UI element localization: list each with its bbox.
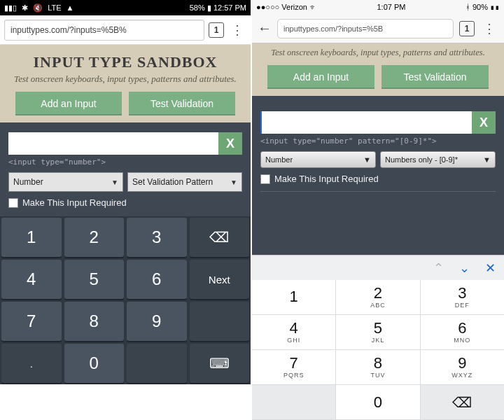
status-icons-left: ▮▮▯ ✱ 🔇 LTE ▲: [4, 4, 77, 13]
chevron-down-icon: ▼: [111, 178, 118, 186]
signal-icon: ▮▮▯: [4, 4, 17, 12]
required-checkbox[interactable]: [8, 198, 18, 208]
android-phone: ▮▮▯ ✱ 🔇 LTE ▲ 58% ▮ 12:57 PM inputtypes.…: [0, 0, 252, 420]
pattern-select[interactable]: Numbers only - [0-9]*▼: [380, 151, 496, 168]
dismiss-keyboard-icon[interactable]: ✕: [485, 260, 496, 276]
prev-field-icon[interactable]: ⌃: [433, 260, 444, 276]
key-0[interactable]: 0: [64, 344, 125, 383]
chevron-down-icon: ▼: [483, 155, 491, 164]
blank-key: [252, 385, 336, 420]
clear-input-button[interactable]: X: [218, 132, 242, 155]
add-input-button[interactable]: Add an Input: [15, 92, 122, 115]
clear-input-button[interactable]: X: [472, 111, 496, 134]
key-6[interactable]: 6: [127, 260, 187, 299]
key-4[interactable]: 4GHI: [252, 315, 336, 350]
keyboard-switch-key[interactable]: ⌨: [190, 344, 250, 383]
clock: 12:57 PM: [214, 4, 246, 12]
key-3[interactable]: 3: [127, 218, 187, 257]
battery-pct: 58%: [190, 4, 205, 12]
type-select[interactable]: Number▼: [260, 151, 376, 168]
chevron-down-icon: ▼: [363, 155, 371, 164]
code-hint: <input type="number" pattern="[0-9]*">: [260, 136, 496, 146]
next-key[interactable]: Next: [190, 260, 250, 299]
pattern-select[interactable]: Set Validation Pattern▼: [127, 172, 242, 192]
page-title: INPUT TYPE SANDBOX: [7, 53, 244, 71]
key-9[interactable]: 9: [127, 302, 187, 341]
key-2[interactable]: 2: [64, 218, 125, 257]
battery-icon: ▮: [207, 4, 211, 12]
battery-pct: 90%: [472, 3, 488, 11]
number-input[interactable]: [8, 132, 218, 155]
number-input[interactable]: [260, 111, 472, 134]
test-validation-button[interactable]: Test Validation: [382, 65, 489, 89]
form-panel: X <input type="number" pattern="[0-9]*">…: [252, 96, 504, 255]
backspace-key[interactable]: ⌫: [421, 385, 504, 420]
lte-icon: LTE: [48, 4, 61, 12]
back-button[interactable]: ←: [258, 20, 272, 36]
status-left: ●●○○○ Verizon ᯤ: [256, 3, 317, 11]
key-2[interactable]: 2ABC: [336, 280, 420, 315]
signal-icon: ●●○○○: [256, 3, 279, 11]
type-select-value: Number: [265, 155, 293, 164]
divider: [260, 191, 496, 192]
required-label: Make This Input Required: [22, 197, 127, 208]
add-input-button[interactable]: Add an Input: [267, 65, 374, 89]
ios-phone: ●●○○○ Verizon ᯤ 1:07 PM ᚼ 90% ▮▮ ← input…: [252, 0, 504, 420]
key-8[interactable]: 8: [64, 302, 125, 341]
key-1[interactable]: 1: [252, 280, 336, 315]
ios-keyboard-accessory: ⌃ ⌄ ✕: [252, 255, 504, 280]
bluetooth-icon: ᚼ: [465, 3, 470, 11]
required-checkbox[interactable]: [260, 174, 270, 184]
tabs-button[interactable]: 1: [459, 21, 475, 36]
space-key[interactable]: [127, 344, 187, 383]
overflow-menu-icon[interactable]: ⋮: [480, 21, 498, 36]
key-4[interactable]: 4: [1, 260, 62, 299]
key-1[interactable]: 1: [1, 218, 62, 257]
wifi-icon: ▲: [66, 4, 74, 12]
key-7[interactable]: 7PQRS: [252, 350, 336, 385]
page-subtitle: Test onscreen keyboards, input types, pa…: [259, 48, 497, 58]
type-select-value: Number: [13, 177, 43, 187]
dot-key[interactable]: .: [1, 344, 62, 383]
ios-keypad: 1 2ABC 3DEF 4GHI 5JKL 6MNO 7PQRS 8TUV 9W…: [252, 280, 504, 420]
key-0[interactable]: 0: [336, 385, 420, 420]
next-field-icon[interactable]: ⌄: [459, 260, 470, 276]
required-label: Make This Input Required: [274, 174, 379, 184]
mute-icon: 🔇: [33, 4, 43, 12]
page-subtitle: Test onscreen keyboards, input types, pa…: [7, 74, 244, 85]
wifi-icon: ᯤ: [309, 3, 317, 11]
backspace-icon: ⌫: [452, 394, 472, 411]
status-right: ᚼ 90% ▮▮: [465, 3, 500, 11]
tabs-button[interactable]: 1: [209, 22, 224, 38]
url-bar[interactable]: inputtypes.com/?inputs=%5B: [277, 19, 454, 38]
code-hint: <input type="number">: [8, 158, 242, 167]
android-browser-toolbar: inputtypes.com/?inputs=%5B% 1 ⋮: [0, 15, 251, 45]
key-6[interactable]: 6MNO: [421, 315, 504, 350]
key-8[interactable]: 8TUV: [336, 350, 420, 385]
backspace-key[interactable]: ⌫: [190, 218, 250, 257]
form-panel: X <input type="number"> Number▼ Set Vali…: [0, 122, 251, 216]
bluetooth-icon: ✱: [22, 4, 28, 12]
key-3[interactable]: 3DEF: [421, 280, 504, 315]
ios-browser-toolbar: ← inputtypes.com/?inputs=%5B 1 ⋮: [252, 14, 504, 43]
key-5[interactable]: 5: [64, 260, 125, 299]
page-header: INPUT TYPE SANDBOX Test onscreen keyboar…: [0, 45, 251, 122]
pattern-select-value: Numbers only - [0-9]*: [385, 155, 458, 164]
page-header: Test onscreen keyboards, input types, pa…: [252, 43, 504, 96]
pattern-select-value: Set Validation Pattern: [132, 177, 213, 187]
url-bar[interactable]: inputtypes.com/?inputs=%5B%: [4, 20, 204, 41]
type-select[interactable]: Number▼: [8, 172, 123, 192]
status-right: 58% ▮ 12:57 PM: [190, 4, 246, 13]
key-9[interactable]: 9WXYZ: [421, 350, 504, 385]
key-5[interactable]: 5JKL: [336, 315, 420, 350]
android-status-bar: ▮▮▯ ✱ 🔇 LTE ▲ 58% ▮ 12:57 PM: [0, 0, 251, 15]
carrier-label: Verizon: [281, 3, 307, 11]
clock: 1:07 PM: [377, 3, 405, 11]
blank-key[interactable]: [190, 302, 250, 341]
chevron-down-icon: ▼: [230, 178, 237, 186]
ios-status-bar: ●●○○○ Verizon ᯤ 1:07 PM ᚼ 90% ▮▮: [252, 0, 504, 14]
key-7[interactable]: 7: [1, 302, 62, 341]
overflow-menu-icon[interactable]: ⋮: [228, 22, 246, 38]
android-keypad: 1 2 3 ⌫ 4 5 6 Next 7 8 9 . 0 ⌨: [0, 216, 251, 384]
test-validation-button[interactable]: Test Validation: [129, 92, 235, 115]
